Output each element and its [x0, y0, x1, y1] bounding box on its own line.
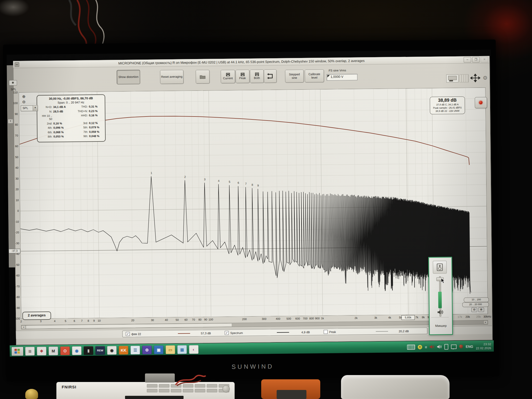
stepped-sine-button[interactable]: Stepped sine: [285, 70, 304, 83]
multimeter-screen: [277, 390, 306, 399]
chevron-down-icon[interactable]: ▼: [33, 105, 38, 111]
brass-knob: [25, 389, 38, 399]
taskbar-icon-chrome[interactable]: ◉: [72, 346, 81, 355]
device-icon[interactable]: [444, 344, 448, 350]
taskbar-icon-document[interactable]: ≣: [25, 347, 35, 356]
taskbar-icon-m-editor[interactable]: M: [48, 347, 58, 355]
volume-icon[interactable]: [437, 345, 442, 349]
windows-logo-icon: [14, 349, 20, 354]
taskbar-icon-record-player[interactable]: ◉: [107, 346, 117, 355]
clock[interactable]: 23:32 22.02.2026: [476, 342, 491, 350]
move-arrows-icon[interactable]: [470, 74, 480, 82]
marker-tool-button[interactable]: [9, 80, 17, 85]
start-button[interactable]: [11, 347, 23, 356]
muted-speaker-icon[interactable]: [430, 345, 434, 349]
speaker-icon[interactable]: [437, 309, 443, 315]
restore-button[interactable]: ❐: [472, 57, 480, 62]
x-tick: 900: [315, 317, 320, 320]
audio-device-button[interactable]: [433, 261, 447, 274]
taskbar-icon-browser-orange[interactable]: O: [60, 346, 70, 355]
harmonic-label: 5: [229, 180, 230, 183]
legend-group-stepped-sine: ✓ фев 22 57,3 dB: [123, 331, 222, 336]
oscilloscope-brand: FNIRSI: [62, 385, 76, 389]
scale-select[interactable]: SPL ▼: [21, 105, 38, 111]
taskbar-icon-palette[interactable]: ◐: [189, 345, 198, 354]
gear-icon[interactable]: ⚙: [482, 75, 488, 82]
taskbar-icon-kk-app[interactable]: KK: [119, 346, 128, 355]
x-tick: 2k: [355, 316, 358, 319]
taskbar-icon-folder[interactable]: ▭: [165, 345, 175, 354]
taskbar-icon-database[interactable]: ☰: [130, 346, 140, 354]
monitor: ▾ MICROPHONE (Общая громкость) R on Микр…: [3, 39, 499, 381]
stripes-panel-icon[interactable]: [460, 74, 469, 82]
taskbar-icon-paint[interactable]: ❖: [37, 347, 46, 355]
scroll-right-arrow[interactable]: ▸: [483, 321, 488, 324]
gray-box: [145, 373, 175, 383]
x-tick: 80: [198, 318, 202, 321]
save-current-button[interactable]: Current: [221, 70, 235, 84]
zoom-in-button[interactable]: ⊕: [21, 94, 26, 99]
measurement-value: 28,5 dB: [53, 109, 73, 113]
measurement-value: 0,16 %: [53, 121, 73, 125]
keyboard-icon[interactable]: [407, 344, 415, 350]
reset-averaging-button[interactable]: Reset averaging: [160, 70, 184, 84]
x-tick: 10: [98, 319, 101, 322]
update-icon[interactable]: +: [418, 345, 422, 349]
x-tick: 600: [295, 317, 300, 320]
scale-select-value: SPL: [21, 106, 33, 111]
layout-panel-icon[interactable]: [446, 74, 459, 82]
x-tick: 3: [40, 319, 41, 323]
taskbar-icon-photos[interactable]: ▣: [154, 345, 163, 354]
y-tick: 100: [7, 102, 18, 105]
monitor-brand: SUNWIND: [6, 360, 499, 373]
x-tick: 300: [262, 317, 267, 320]
save-peak-button[interactable]: Peak: [235, 70, 250, 83]
range-20-20000-button[interactable]: 20 .. 20 000: [462, 302, 489, 307]
scroll-left-arrow[interactable]: ◂: [21, 325, 26, 329]
y-tick: 70: [7, 134, 18, 137]
y-tick: 20: [8, 188, 19, 191]
mixer-link[interactable]: Микшер: [430, 324, 452, 327]
multimeter: [261, 379, 320, 399]
x-tick: 700: [303, 317, 307, 320]
app-icon: [15, 62, 19, 67]
record-button[interactable]: [475, 97, 487, 108]
layers-icon[interactable]: ≡: [425, 345, 427, 349]
measurement-key: 4th:: [40, 126, 53, 130]
calibrate-level-button[interactable]: Calibrate level: [305, 69, 324, 82]
minimize-button[interactable]: –: [464, 57, 471, 63]
open-file-button[interactable]: [196, 70, 210, 84]
x-tick: 25k: [476, 315, 481, 318]
show-distortion-button[interactable]: Show distortion: [117, 70, 140, 84]
measurement-key: 8th:: [40, 135, 53, 138]
network-icon[interactable]: [451, 344, 457, 349]
taskbar-icon-image-viewer[interactable]: ▦: [177, 345, 187, 354]
taskbar-icon-console[interactable]: ▮: [84, 346, 93, 355]
floppy-icon: [226, 73, 230, 76]
screen: ▾ MICROPHONE (Общая громкость) R on Микр…: [7, 50, 494, 357]
close-button[interactable]: ✕: [481, 57, 488, 62]
range-10-200-button[interactable]: 10 .. 200: [464, 297, 489, 302]
record-icon: [479, 101, 483, 104]
y-tick: -100: [9, 317, 20, 320]
fs-sine-input[interactable]: 1,0000 V: [327, 74, 358, 81]
taskbar-icon-settings-gear[interactable]: ⚙: [142, 346, 152, 354]
loop-button[interactable]: [264, 69, 277, 83]
trace-checkbox[interactable]: ✓: [225, 331, 229, 335]
volume-level-meter: [438, 292, 442, 308]
spectrum-plot[interactable]: 123456789 ⊕ ⊖ SPL ▼ 30,00 Hz, -0,00 dBFS…: [19, 88, 488, 319]
y-tick: -50: [9, 263, 19, 266]
language-indicator[interactable]: ENG: [466, 344, 473, 348]
taskbar-icon-rew[interactable]: REW: [95, 346, 105, 355]
probe-wires: [174, 373, 206, 386]
harmonic-label: 7: [245, 182, 247, 185]
trace-checkbox[interactable]: ✓: [126, 332, 130, 336]
save-both-button[interactable]: Both: [250, 69, 264, 83]
measurement-value: 34,1 dB A: [53, 105, 73, 109]
app-tray-icon[interactable]: [459, 345, 463, 348]
legend-group-peak: Peak 20,2 dB: [321, 329, 419, 334]
x-zoom-out-button[interactable]: ⊖: [471, 307, 477, 312]
zoom-out-button[interactable]: ⊖: [21, 99, 27, 105]
x-zoom-in-button[interactable]: ⊕: [478, 307, 484, 312]
trace-checkbox[interactable]: [324, 330, 328, 334]
